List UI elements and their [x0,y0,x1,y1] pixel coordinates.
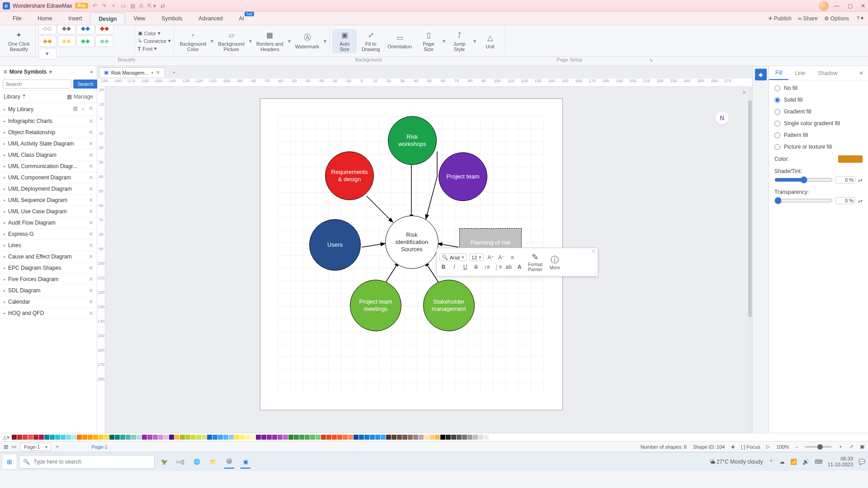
news-widget-icon[interactable]: 🦖 [157,455,171,469]
library-item-close-icon[interactable]: ✕ [89,242,93,249]
palette-swatch[interactable] [234,435,239,440]
jump-style-button[interactable]: ⤴Jump Style [447,29,472,53]
palette-swatch[interactable] [413,435,418,440]
palette-swatch[interactable] [429,435,434,440]
palette-swatch[interactable] [484,435,489,440]
menu-file[interactable]: File [5,13,29,24]
node-requirements[interactable]: Requirements & design [325,151,374,200]
palette-swatch[interactable] [489,435,494,440]
palette-swatch[interactable] [408,435,413,440]
palette-swatch[interactable] [419,435,424,440]
palette-swatch[interactable] [12,435,17,440]
palette-swatch[interactable] [71,435,76,440]
library-item[interactable]: ▸Object Relationship✕ [0,127,97,138]
font-size-select[interactable]: 12▾ [469,253,484,261]
vertical-scrollbar[interactable] [748,87,752,433]
library-item-close-icon[interactable]: ✕ [89,141,93,147]
library-item[interactable]: ▸UML Deployment Diagram✕ [0,183,97,195]
align-icon[interactable]: ≡ [508,253,516,262]
library-item-close-icon[interactable]: ✕ [89,163,93,169]
transparency-value[interactable]: 0 % [835,197,855,204]
palette-swatch[interactable] [386,435,391,440]
library-item-close-icon[interactable]: ✕ [89,253,93,260]
qa-more-icon[interactable]: ⇄ [160,3,165,9]
bg-color-button[interactable]: ▫Background Color [177,29,209,53]
palette-swatch[interactable] [229,435,234,440]
palette-swatch[interactable] [191,435,196,440]
library-item-close-icon[interactable]: ✕ [89,186,93,192]
palette-swatch[interactable] [370,435,375,440]
manage-link[interactable]: ▦ Manage [67,94,93,100]
node-center[interactable]: Risk identification Sources [385,216,439,269]
shade-slider[interactable] [774,176,833,183]
palette-swatch[interactable] [66,435,71,440]
trans-stepper-icon[interactable]: ▴▾ [858,198,863,203]
library-item[interactable]: ▸UML Communication Diagr...✕ [0,161,97,172]
fit-drawing-button[interactable]: ⤢Fit to Drawing [359,29,383,53]
menu-advanced[interactable]: Advanced [190,13,231,24]
palette-swatch[interactable] [109,435,114,440]
menu-ai[interactable]: AI hot [231,13,252,24]
palette-swatch[interactable] [202,435,207,440]
library-item-close-icon[interactable]: ✕ [89,287,93,294]
library-item[interactable]: ▸Audit Flow Diagram✕ [0,217,97,229]
palette-swatch[interactable] [343,435,348,440]
mylib-add-icon[interactable]: ＋ [80,105,86,113]
palette-swatch[interactable] [115,435,120,440]
palette-swatch[interactable] [321,435,326,440]
status-grid-icon[interactable]: ▥ [4,444,8,450]
pagesetup-launcher-icon[interactable]: ↘ [649,57,653,63]
close-icon[interactable]: ✕ [861,3,865,9]
right-panel-close-icon[interactable]: ✕ [854,70,868,76]
tray-chevron-icon[interactable]: ＾ [769,458,774,465]
new-tab-button[interactable]: ＋ [167,67,181,78]
fit-page-icon[interactable]: ⤢ [849,444,854,450]
palette-swatch[interactable] [440,435,445,440]
palette-swatch[interactable] [402,435,407,440]
palette-swatch[interactable] [207,435,212,440]
palette-swatch[interactable] [283,435,288,440]
options-button[interactable]: ⚙ Options [824,15,849,22]
focus-button[interactable]: [ ] Focus [741,444,760,450]
menu-symbols[interactable]: Symbols [153,13,190,24]
palette-swatch[interactable] [50,435,55,440]
palette-swatch[interactable] [17,435,22,440]
library-item-close-icon[interactable]: ✕ [89,276,93,282]
start-button[interactable]: ⊞ [3,455,16,469]
palette-swatch[interactable] [137,435,142,440]
palette-swatch[interactable] [61,435,66,440]
palette-swatch[interactable] [359,435,364,440]
symbol-search-button[interactable]: Search [73,80,98,89]
edrawmax-icon[interactable]: ▣ [239,455,252,469]
palette-swatch[interactable] [185,435,190,440]
symbol-search-input[interactable] [3,80,71,89]
bg-picture-button[interactable]: ▱Background Picture [215,29,247,53]
doc-tab-close-icon[interactable]: ✕ [156,70,160,75]
palette-swatch[interactable] [33,435,38,440]
volume-icon[interactable]: 🔊 [802,459,809,465]
palette-swatch[interactable] [457,435,462,440]
canvas-viewport[interactable]: » -20-1001020304050607080901001101201301… [97,87,752,433]
bg-color-caret[interactable]: ▾ [211,38,213,44]
palette-swatch[interactable] [169,435,174,440]
clock[interactable]: 06:33 11-10-2023 [828,456,853,467]
preset-5[interactable]: ◆◆ [38,35,57,47]
shade-stepper-icon[interactable]: ▴▾ [858,178,863,183]
palette-swatch[interactable] [196,435,201,440]
qa-save-icon[interactable]: ▤ [130,3,135,9]
menu-insert[interactable]: Insert [60,13,90,24]
qa-export-icon[interactable]: ⇱ ▾ [147,3,156,9]
text-case-icon[interactable]: ab [505,263,513,271]
font-family-select[interactable]: 🔍Arial▾ [439,253,467,261]
palette-swatch[interactable] [348,435,353,440]
publish-button[interactable]: ✈ Publish [768,15,792,22]
node-users[interactable]: Users [309,219,361,271]
preset-6[interactable]: ◆◆ [57,35,75,47]
zoom-slider[interactable] [805,446,832,448]
increase-font-icon[interactable]: A⁺ [486,253,495,262]
mylib-grid-icon[interactable]: ▦ [73,105,78,113]
preset-8[interactable]: ◆◆ [95,35,113,47]
palette-swatch[interactable] [424,435,429,440]
opt-no-fill[interactable]: No fill [774,85,863,91]
collapse-left-icon[interactable]: « [90,69,93,75]
